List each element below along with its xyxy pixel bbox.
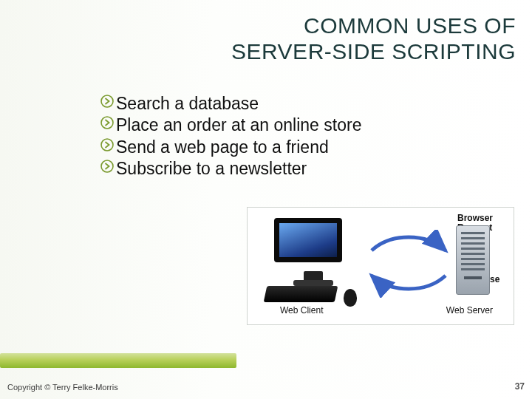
slide: COMMON USES OF SERVER-SIDE SCRIPTING Sea… [0, 0, 532, 399]
server-tower-icon [456, 225, 490, 295]
mouse-icon [344, 289, 357, 307]
copyright-text: Copyright © Terry Felke-Morris [7, 383, 118, 392]
svg-point-1 [101, 117, 113, 129]
svg-point-2 [101, 139, 113, 151]
list-item: Search a database [100, 93, 448, 115]
title-line-1: COMMON USES OF [304, 13, 516, 38]
page-number: 37 [515, 381, 525, 392]
web-server-graphic [453, 225, 493, 299]
request-response-arrows: Browser Request Server Response [369, 230, 449, 298]
arrow-bullet-icon [100, 160, 114, 173]
list-item-text: Place an order at an online store [116, 115, 361, 136]
list-item: Send a web page to a friend [100, 137, 448, 158]
web-client-graphic [261, 218, 364, 301]
slide-title: COMMON USES OF SERVER-SIDE SCRIPTING [231, 13, 516, 64]
accent-bar [0, 353, 236, 368]
list-item-text: Subscribe to a newsletter [116, 158, 307, 180]
client-server-diagram: Web Client Browser Request Se [247, 207, 514, 325]
web-client-label: Web Client [280, 305, 323, 316]
svg-point-3 [101, 160, 113, 172]
list-item: Subscribe to a newsletter [100, 158, 448, 180]
list-item-text: Search a database [116, 93, 259, 115]
arrows-icon [369, 230, 449, 298]
bullet-list: Search a database Place an order at an o… [100, 93, 448, 180]
arrow-bullet-icon [100, 116, 114, 129]
arrow-bullet-icon [100, 138, 114, 151]
list-item: Place an order at an online store [100, 115, 448, 136]
web-server-label: Web Server [446, 305, 493, 316]
keyboard-icon [264, 286, 338, 302]
svg-point-0 [101, 95, 113, 107]
monitor-base-icon [293, 280, 333, 286]
arrow-bullet-icon [100, 95, 114, 108]
title-line-2: SERVER-SIDE SCRIPTING [231, 39, 516, 64]
monitor-icon [274, 218, 342, 262]
list-item-text: Send a web page to a friend [116, 137, 329, 158]
